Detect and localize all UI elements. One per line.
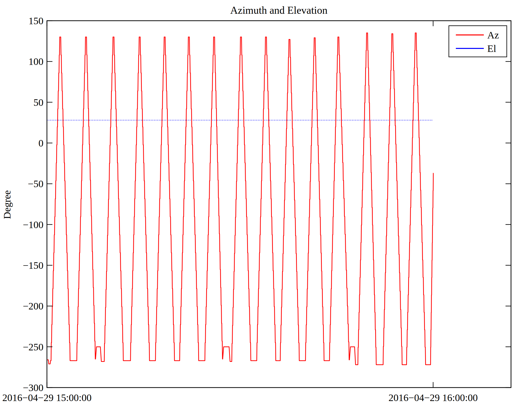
x-tick-label: 2016−04−29 15:00:00 — [2, 392, 91, 403]
y-tick-label: −50 — [28, 178, 43, 189]
chart-canvas: Azimuth and Elevation Degree 150100500−5… — [0, 0, 518, 420]
legend-az-label: Az — [487, 29, 499, 41]
x-axis-ticks: 2016−04−29 15:00:002016−04−29 16:00:00 — [2, 21, 478, 403]
y-tick-label: −300 — [23, 382, 43, 393]
plot-area-border — [47, 21, 511, 388]
chart-title: Azimuth and Elevation — [230, 4, 328, 16]
y-tick-label: −100 — [23, 219, 43, 230]
y-axis-label: Degree — [1, 190, 13, 219]
y-tick-label: 100 — [28, 56, 43, 67]
y-tick-label: −250 — [23, 341, 43, 353]
az-line — [47, 33, 433, 365]
y-tick-label: 0 — [38, 138, 43, 149]
legend: Az El — [449, 26, 507, 57]
azimuth-elevation-chart: Azimuth and Elevation Degree 150100500−5… — [0, 0, 518, 420]
y-tick-label: −150 — [23, 260, 43, 271]
y-tick-label: −200 — [23, 300, 43, 312]
series-lines — [47, 33, 433, 365]
y-tick-label: 150 — [28, 15, 43, 26]
y-tick-label: 50 — [33, 97, 43, 108]
x-tick-label: 2016−04−29 16:00:00 — [388, 392, 478, 403]
legend-el-label: El — [487, 43, 496, 54]
